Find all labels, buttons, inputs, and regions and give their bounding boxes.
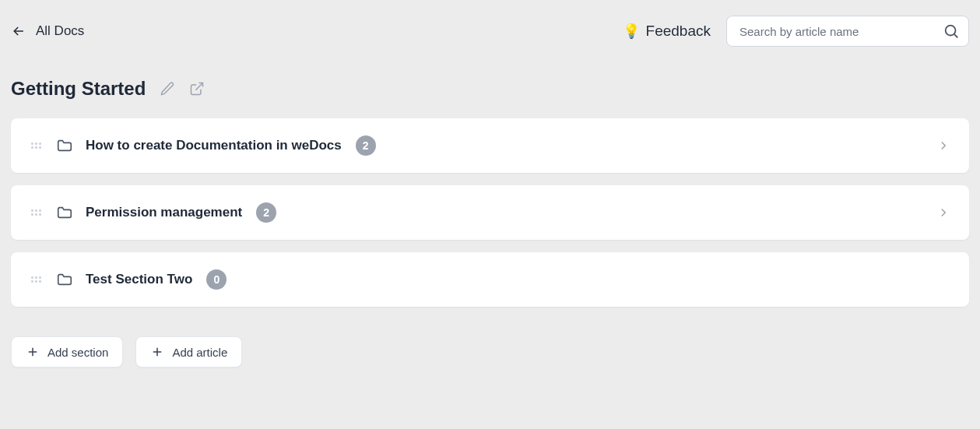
- svg-line-3: [196, 83, 203, 90]
- folder-icon: [56, 204, 73, 221]
- svg-point-1: [946, 26, 956, 36]
- drag-handle-icon[interactable]: [30, 273, 42, 286]
- chevron-right-icon: [936, 139, 950, 153]
- arrow-left-icon: [11, 23, 26, 39]
- count-badge: 2: [356, 135, 376, 156]
- search-input[interactable]: [726, 16, 969, 47]
- feedback-link[interactable]: 💡 Feedback: [623, 23, 711, 40]
- edit-icon[interactable]: [160, 81, 175, 97]
- svg-line-2: [954, 34, 957, 37]
- section-row[interactable]: Permission management 2: [11, 185, 969, 240]
- section-row[interactable]: How to create Documentation in weDocs 2: [11, 118, 969, 173]
- add-section-button[interactable]: Add section: [11, 336, 123, 367]
- add-section-label: Add section: [47, 346, 108, 359]
- chevron-right-icon: [936, 206, 950, 220]
- count-badge: 0: [206, 269, 227, 290]
- drag-handle-icon[interactable]: [30, 139, 42, 152]
- back-label: All Docs: [36, 23, 84, 39]
- back-to-all-docs[interactable]: All Docs: [11, 23, 84, 39]
- lightbulb-icon: 💡: [623, 23, 640, 40]
- page-title: Getting Started: [11, 78, 146, 100]
- folder-icon: [56, 271, 73, 288]
- plus-icon: [150, 345, 164, 359]
- section-row[interactable]: Test Section Two 0: [11, 252, 969, 307]
- plus-icon: [26, 345, 40, 359]
- section-title: Test Section Two: [86, 272, 192, 287]
- add-article-label: Add article: [172, 346, 227, 359]
- drag-handle-icon[interactable]: [30, 206, 42, 219]
- add-article-button[interactable]: Add article: [135, 336, 242, 367]
- folder-icon: [56, 137, 73, 154]
- external-link-icon[interactable]: [189, 81, 205, 97]
- section-title: Permission management: [86, 205, 242, 220]
- section-title: How to create Documentation in weDocs: [86, 138, 342, 153]
- feedback-label: Feedback: [646, 23, 711, 40]
- count-badge: 2: [256, 202, 276, 223]
- search-icon[interactable]: [943, 23, 960, 40]
